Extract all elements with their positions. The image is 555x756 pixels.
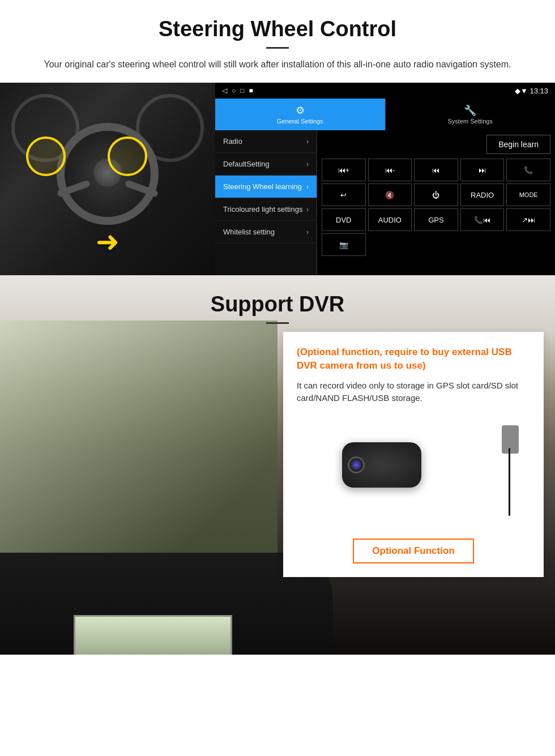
ctrl-next-track[interactable]: ⏭ [460,159,505,181]
recent-icon: □ [240,87,244,95]
menu-icon: ■ [249,87,253,95]
menu-item-radio[interactable]: Radio › [215,130,317,153]
phone-icon: 📞 [524,166,533,174]
menu-item-swl-label: Steering Wheel learning [223,182,302,191]
ctrl-grid-row1: ⏮+ ⏮- ⏮ ⏭ 📞 [322,159,550,181]
ctrl-phone-next[interactable]: ↗⏭ [506,208,550,231]
status-bar-right: ◆▼ 13:13 [515,87,548,95]
home-icon: ○ [232,87,236,95]
android-control-panel: Begin learn ⏮+ ⏮- ⏮ ⏭ 📞 ↩ 🔇 ⏻ RADIO MODE [317,130,555,275]
next-track-icon: ⏭ [479,166,486,174]
steering-wheel-ring [57,123,159,225]
ctrl-grid-row2: ↩ 🔇 ⏻ RADIO MODE [322,183,550,206]
dvr-preview-thumbnail [74,615,232,655]
dvr-body-text: It can record video only to storage in G… [297,379,530,405]
ctrl-dvd[interactable]: DVD [322,208,366,231]
chevron-default-icon: › [306,160,309,168]
dvd-label: DVD [336,216,351,224]
steering-wheel-photo: ➜ [0,83,215,275]
dvr-camera-lens [348,456,365,473]
begin-learn-button[interactable]: Begin learn [486,135,550,154]
power-icon: ⏻ [432,191,439,199]
optional-btn-container: Optional Function [297,527,530,563]
section1-subtitle: Your original car's steering wheel contr… [34,58,521,71]
tab-general-settings[interactable]: ⚙ General Settings [215,99,385,130]
ctrl-prev-track[interactable]: ⏮ [414,159,458,181]
dvr-preview-content [75,617,230,655]
menu-item-tricoloured-label: Tricoloured light settings [223,205,302,213]
tab-system-label: System Settings [448,118,493,125]
android-status-bar: ◁ ○ □ ■ ◆▼ 13:13 [215,83,555,99]
dvr-optional-text: (Optional function, require to buy exter… [297,345,530,373]
dvr-usb-cable [405,425,519,516]
section1-steering-wheel: Steering Wheel Control Your original car… [0,0,555,71]
dvr-camera-illustration [297,414,530,527]
tab-system-settings[interactable]: 🔧 System Settings [385,99,556,130]
android-content: Radio › DefaultSetting › Steering Wheel … [215,130,555,275]
android-menu-list: Radio › DefaultSetting › Steering Wheel … [215,130,317,275]
camera-icon: 📷 [339,241,348,249]
begin-learn-row: Begin learn [322,135,550,154]
highlight-circle-left [26,136,66,176]
street-overlay [0,321,278,558]
ctrl-mute[interactable]: 🔇 [368,183,412,206]
chevron-whitelist-icon: › [306,228,309,236]
audio-label: AUDIO [378,216,402,224]
tab-general-label: General Settings [277,118,323,125]
menu-item-steering-wheel-learning[interactable]: Steering Wheel learning › [215,176,317,198]
phone-next-icon: ↗⏭ [522,216,535,224]
ctrl-power[interactable]: ⏻ [414,183,458,206]
menu-item-defaultsetting[interactable]: DefaultSetting › [215,153,317,176]
cable-line [509,448,510,516]
signal-icon: ◆▼ [515,87,528,95]
settings-gear-icon: ⚙ [296,104,305,117]
section2-title: Support DVR [23,292,532,317]
optional-function-button[interactable]: Optional Function [353,539,473,563]
ctrl-gps[interactable]: GPS [414,208,458,231]
yellow-arrow-icon: ➜ [96,225,119,258]
ctrl-phone-prev[interactable]: 📞⏮ [460,208,505,231]
chevron-tricoloured-icon: › [306,206,309,213]
section1-divider [266,47,289,49]
highlight-circle-right [108,136,147,176]
android-ui: ◁ ○ □ ■ ◆▼ 13:13 ⚙ General Settings 🔧 Sy… [215,83,555,275]
chevron-swl-icon: › [306,183,309,191]
vol-up-icon: ⏮+ [338,166,350,174]
system-icon: 🔧 [464,104,476,117]
chevron-radio-icon: › [306,138,309,146]
ctrl-grid-row3: DVD AUDIO GPS 📞⏮ ↗⏭ [322,208,550,231]
radio-label: RADIO [471,191,494,199]
section1-title: Steering Wheel Control [23,17,532,41]
back-icon: ◁ [222,87,227,95]
ctrl-vol-down[interactable]: ⏮- [368,159,412,181]
vol-down-icon: ⏮- [385,166,395,174]
swc-composite: ➜ ◁ ○ □ ■ ◆▼ 13:13 ⚙ General Settings 🔧 [0,83,555,275]
dvr-info-card: (Optional function, require to buy exter… [283,332,544,577]
ctrl-back[interactable]: ↩ [322,183,366,206]
ctrl-vol-up[interactable]: ⏮+ [322,159,366,181]
gps-label: GPS [428,216,443,224]
ctrl-phone[interactable]: 📞 [506,159,550,181]
prev-track-icon: ⏮ [432,166,439,174]
section2-divider [266,322,289,324]
ctrl-camera[interactable]: 📷 [322,233,366,256]
clock: 13:13 [530,87,548,95]
section2-dvr: Support DVR (Optional function, require … [0,275,555,655]
mute-icon: 🔇 [385,191,394,199]
android-tabs: ⚙ General Settings 🔧 System Settings [215,99,555,130]
mode-label: MODE [519,191,538,198]
menu-item-defaultsetting-label: DefaultSetting [223,160,270,168]
usb-plug-icon [502,425,519,454]
menu-item-whitelist-label: Whitelist setting [223,228,275,236]
status-bar-left: ◁ ○ □ ■ [222,87,253,95]
menu-item-radio-label: Radio [223,137,242,146]
phone-prev-icon: 📞⏮ [474,216,490,224]
menu-item-whitelist[interactable]: Whitelist setting › [215,221,317,244]
ctrl-mode[interactable]: MODE [506,183,550,206]
ctrl-radio[interactable]: RADIO [460,183,505,206]
section2-title-area: Support DVR [0,275,555,335]
back-btn-icon: ↩ [340,191,347,199]
menu-item-tricoloured[interactable]: Tricoloured light settings › [215,198,317,221]
ctrl-audio[interactable]: AUDIO [368,208,412,231]
ctrl-grid-row4: 📷 [322,233,550,256]
